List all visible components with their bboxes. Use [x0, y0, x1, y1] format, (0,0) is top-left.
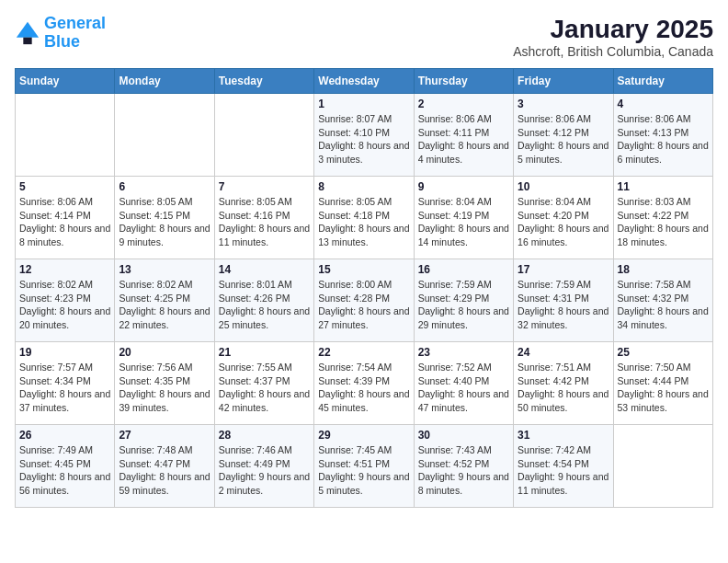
header-monday: Monday: [115, 69, 214, 94]
empty-cell: [16, 94, 115, 177]
day-detail: Sunrise: 7:43 AMSunset: 4:52 PMDaylight:…: [418, 443, 509, 498]
svg-marker-0: [17, 22, 39, 38]
day-number: 6: [119, 180, 210, 193]
day-number: 19: [19, 346, 110, 359]
day-number: 20: [119, 346, 210, 359]
calendar-day-30: 30Sunrise: 7:43 AMSunset: 4:52 PMDayligh…: [414, 425, 513, 508]
main-title: January 2025: [513, 15, 713, 44]
calendar-day-1: 1Sunrise: 8:07 AMSunset: 4:10 PMDaylight…: [314, 94, 414, 177]
day-number: 31: [518, 429, 609, 442]
logo-icon: [15, 20, 40, 46]
calendar-day-19: 19Sunrise: 7:57 AMSunset: 4:34 PMDayligh…: [16, 342, 115, 425]
calendar-day-9: 9Sunrise: 8:04 AMSunset: 4:19 PMDaylight…: [414, 177, 513, 259]
header-thursday: Thursday: [414, 69, 513, 94]
calendar-header-row: SundayMondayTuesdayWednesdayThursdayFrid…: [16, 69, 713, 94]
day-number: 15: [318, 263, 409, 276]
day-number: 18: [618, 263, 709, 276]
header-friday: Friday: [514, 69, 613, 94]
day-detail: Sunrise: 8:04 AMSunset: 4:19 PMDaylight:…: [418, 195, 509, 249]
day-detail: Sunrise: 8:01 AMSunset: 4:26 PMDaylight:…: [219, 278, 310, 332]
day-detail: Sunrise: 8:02 AMSunset: 4:25 PMDaylight:…: [119, 278, 210, 332]
calendar-day-21: 21Sunrise: 7:55 AMSunset: 4:37 PMDayligh…: [214, 342, 313, 425]
day-detail: Sunrise: 8:04 AMSunset: 4:20 PMDaylight:…: [518, 195, 609, 249]
calendar-day-22: 22Sunrise: 7:54 AMSunset: 4:39 PMDayligh…: [314, 342, 414, 425]
calendar-day-20: 20Sunrise: 7:56 AMSunset: 4:35 PMDayligh…: [115, 342, 214, 425]
calendar-day-12: 12Sunrise: 8:02 AMSunset: 4:23 PMDayligh…: [16, 259, 115, 342]
day-detail: Sunrise: 8:05 AMSunset: 4:16 PMDaylight:…: [219, 195, 310, 249]
day-detail: Sunrise: 8:06 AMSunset: 4:12 PMDaylight:…: [518, 112, 609, 167]
day-number: 29: [318, 429, 409, 442]
calendar-day-31: 31Sunrise: 7:42 AMSunset: 4:54 PMDayligh…: [514, 425, 613, 508]
day-number: 2: [418, 98, 509, 110]
day-number: 24: [518, 346, 609, 359]
header-tuesday: Tuesday: [214, 69, 313, 94]
day-number: 4: [618, 98, 709, 110]
day-number: 23: [418, 346, 509, 359]
calendar-table: SundayMondayTuesdayWednesdayThursdayFrid…: [15, 68, 713, 508]
day-detail: Sunrise: 7:50 AMSunset: 4:44 PMDaylight:…: [618, 361, 709, 415]
day-number: 13: [119, 263, 210, 276]
calendar-day-24: 24Sunrise: 7:51 AMSunset: 4:42 PMDayligh…: [514, 342, 613, 425]
day-number: 26: [19, 429, 110, 442]
day-detail: Sunrise: 7:57 AMSunset: 4:34 PMDaylight:…: [19, 361, 110, 415]
calendar-week-row: 1Sunrise: 8:07 AMSunset: 4:10 PMDaylight…: [16, 94, 713, 177]
day-number: 10: [518, 180, 609, 193]
empty-cell: [613, 425, 712, 508]
svg-rect-1: [23, 37, 31, 43]
logo: General Blue: [15, 15, 106, 52]
day-detail: Sunrise: 7:58 AMSunset: 4:32 PMDaylight:…: [618, 278, 709, 332]
calendar-day-16: 16Sunrise: 7:59 AMSunset: 4:29 PMDayligh…: [414, 259, 513, 342]
day-number: 12: [19, 263, 110, 276]
day-detail: Sunrise: 7:49 AMSunset: 4:45 PMDaylight:…: [19, 443, 110, 498]
calendar-day-13: 13Sunrise: 8:02 AMSunset: 4:25 PMDayligh…: [115, 259, 214, 342]
day-number: 7: [219, 180, 310, 193]
calendar-day-15: 15Sunrise: 8:00 AMSunset: 4:28 PMDayligh…: [314, 259, 414, 342]
subtitle: Ashcroft, British Columbia, Canada: [513, 44, 713, 59]
day-number: 17: [518, 263, 609, 276]
calendar-day-26: 26Sunrise: 7:49 AMSunset: 4:45 PMDayligh…: [16, 425, 115, 508]
day-detail: Sunrise: 7:48 AMSunset: 4:47 PMDaylight:…: [119, 443, 210, 498]
calendar-day-14: 14Sunrise: 8:01 AMSunset: 4:26 PMDayligh…: [214, 259, 313, 342]
calendar-week-row: 12Sunrise: 8:02 AMSunset: 4:23 PMDayligh…: [16, 259, 713, 342]
title-block: January 2025 Ashcroft, British Columbia,…: [513, 15, 713, 59]
logo-text: General Blue: [44, 15, 106, 52]
day-detail: Sunrise: 7:59 AMSunset: 4:31 PMDaylight:…: [518, 278, 609, 332]
calendar-day-18: 18Sunrise: 7:58 AMSunset: 4:32 PMDayligh…: [613, 259, 712, 342]
day-detail: Sunrise: 8:05 AMSunset: 4:18 PMDaylight:…: [318, 195, 409, 249]
day-number: 22: [318, 346, 409, 359]
calendar-day-7: 7Sunrise: 8:05 AMSunset: 4:16 PMDaylight…: [214, 177, 313, 259]
calendar-day-29: 29Sunrise: 7:45 AMSunset: 4:51 PMDayligh…: [314, 425, 414, 508]
calendar-day-23: 23Sunrise: 7:52 AMSunset: 4:40 PMDayligh…: [414, 342, 513, 425]
day-detail: Sunrise: 8:05 AMSunset: 4:15 PMDaylight:…: [119, 195, 210, 249]
day-detail: Sunrise: 8:00 AMSunset: 4:28 PMDaylight:…: [318, 278, 409, 332]
day-detail: Sunrise: 8:06 AMSunset: 4:14 PMDaylight:…: [19, 195, 110, 249]
header-saturday: Saturday: [613, 69, 712, 94]
day-number: 16: [418, 263, 509, 276]
day-number: 14: [219, 263, 310, 276]
day-number: 27: [119, 429, 210, 442]
empty-cell: [115, 94, 214, 177]
day-detail: Sunrise: 7:59 AMSunset: 4:29 PMDaylight:…: [418, 278, 509, 332]
day-number: 9: [418, 180, 509, 193]
day-detail: Sunrise: 7:51 AMSunset: 4:42 PMDaylight:…: [518, 361, 609, 415]
header-wednesday: Wednesday: [314, 69, 414, 94]
day-detail: Sunrise: 7:55 AMSunset: 4:37 PMDaylight:…: [219, 361, 310, 415]
calendar-day-4: 4Sunrise: 8:06 AMSunset: 4:13 PMDaylight…: [613, 94, 712, 177]
calendar-day-8: 8Sunrise: 8:05 AMSunset: 4:18 PMDaylight…: [314, 177, 414, 259]
logo-line1: General: [44, 14, 106, 32]
day-detail: Sunrise: 7:42 AMSunset: 4:54 PMDaylight:…: [518, 443, 609, 498]
calendar-day-3: 3Sunrise: 8:06 AMSunset: 4:12 PMDaylight…: [514, 94, 613, 177]
logo-line2: Blue: [44, 32, 80, 51]
calendar-week-row: 19Sunrise: 7:57 AMSunset: 4:34 PMDayligh…: [16, 342, 713, 425]
day-detail: Sunrise: 8:03 AMSunset: 4:22 PMDaylight:…: [618, 195, 709, 249]
calendar-day-5: 5Sunrise: 8:06 AMSunset: 4:14 PMDaylight…: [16, 177, 115, 259]
day-number: 25: [618, 346, 709, 359]
day-detail: Sunrise: 7:52 AMSunset: 4:40 PMDaylight:…: [418, 361, 509, 415]
day-number: 5: [19, 180, 110, 193]
header-sunday: Sunday: [16, 69, 115, 94]
day-number: 8: [318, 180, 409, 193]
calendar-week-row: 26Sunrise: 7:49 AMSunset: 4:45 PMDayligh…: [16, 425, 713, 508]
calendar-day-28: 28Sunrise: 7:46 AMSunset: 4:49 PMDayligh…: [214, 425, 313, 508]
day-detail: Sunrise: 7:56 AMSunset: 4:35 PMDaylight:…: [119, 361, 210, 415]
day-number: 3: [518, 98, 609, 110]
